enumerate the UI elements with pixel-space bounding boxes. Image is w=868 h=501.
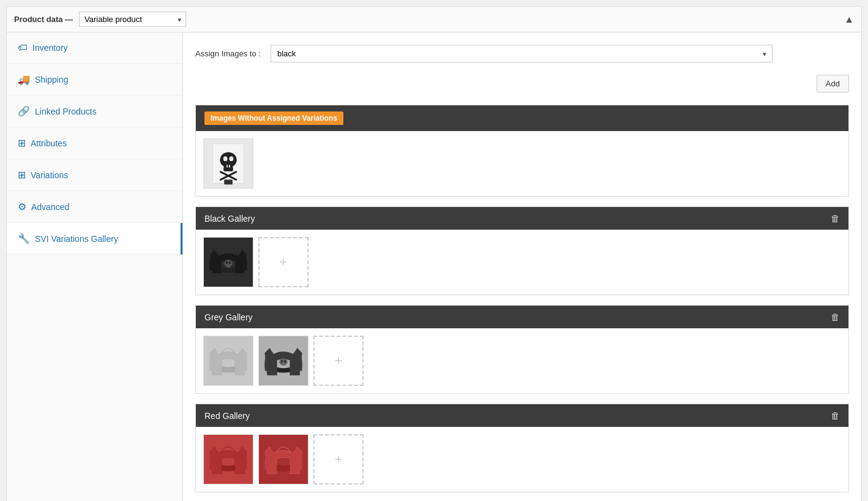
product-data-header: Product data — Variable product Simple p…	[7, 7, 861, 32]
grey-hoodie-image-2[interactable]	[258, 336, 309, 386]
black-gallery-header: Black Gallery 🗑	[196, 207, 848, 230]
assign-images-row: Assign Images to : black grey red ▼	[195, 45, 849, 62]
red-gallery-body: +	[196, 427, 848, 492]
red-gallery-title: Red Gallery	[204, 411, 250, 421]
content-area: Assign Images to : black grey red ▼ Add …	[183, 32, 861, 501]
sidebar-item-label-variations: Variations	[31, 170, 68, 180]
grey-hoodie-svg-1	[204, 336, 253, 386]
sidebar-item-attributes[interactable]: ⊞ Attributes	[7, 127, 182, 159]
red-hoodie-svg-2	[259, 434, 308, 484]
svg-point-2	[220, 152, 236, 167]
product-data-title: Product data —	[14, 15, 73, 24]
main-layout: 🏷 Inventory 🚚 Shipping 🔗 Linked Products…	[7, 32, 861, 501]
grey-hoodie-image-1[interactable]	[203, 336, 253, 386]
sidebar-item-variations[interactable]: ⊞ Variations	[7, 159, 182, 191]
black-hoodie-thumb	[203, 237, 253, 287]
red-gallery-delete-button[interactable]: 🗑	[831, 410, 840, 421]
inventory-icon: 🏷	[18, 42, 28, 53]
unassigned-section: Images Without Assigned Variations	[195, 105, 849, 197]
sidebar-item-label-svi: SVI Variations Gallery	[35, 234, 118, 244]
variations-icon: ⊞	[18, 169, 26, 181]
grey-gallery-body: +	[196, 328, 848, 393]
unassigned-gallery-body	[196, 131, 848, 196]
advanced-icon: ⚙	[18, 201, 26, 213]
assign-select[interactable]: black grey red	[271, 45, 773, 62]
header-left: Product data — Variable product Simple p…	[14, 12, 186, 27]
sidebar: 🏷 Inventory 🚚 Shipping 🔗 Linked Products…	[7, 32, 183, 501]
attributes-icon: ⊞	[18, 137, 26, 149]
sidebar-item-label-advanced: Advanced	[31, 202, 69, 212]
svg-rect-3	[223, 167, 233, 171]
product-data-panel: Product data — Variable product Simple p…	[6, 6, 862, 501]
grey-gallery-title: Grey Gallery	[204, 312, 253, 322]
svg-rect-8	[226, 165, 228, 168]
red-hoodie-image-1[interactable]	[203, 434, 253, 484]
svg-point-20	[283, 360, 286, 363]
sidebar-item-label-inventory: Inventory	[32, 43, 68, 53]
svi-icon: 🔧	[18, 233, 30, 244]
linked-products-icon: 🔗	[18, 105, 30, 117]
grey-gallery-delete-button[interactable]: 🗑	[831, 312, 840, 322]
black-hoodie-svg	[204, 237, 253, 287]
sidebar-item-label-shipping: Shipping	[35, 75, 69, 85]
product-type-wrapper[interactable]: Variable product Simple product Grouped …	[79, 12, 186, 27]
red-hoodie-thumb-1	[203, 434, 253, 484]
black-gallery-add-placeholder[interactable]: +	[258, 237, 309, 287]
unassigned-header: Images Without Assigned Variations	[196, 105, 848, 131]
red-hoodie-image-2[interactable]	[258, 434, 309, 484]
svg-point-14	[228, 262, 231, 265]
red-gallery-add-placeholder[interactable]: +	[313, 434, 364, 484]
grey-gallery-add-placeholder[interactable]: +	[313, 336, 364, 386]
svg-rect-9	[229, 165, 230, 168]
svg-point-19	[281, 360, 283, 363]
red-hoodie-svg-1	[204, 434, 253, 484]
sidebar-item-linked-products[interactable]: 🔗 Linked Products	[7, 96, 182, 127]
svg-point-18	[279, 358, 288, 366]
skull-svg	[204, 138, 253, 189]
sidebar-item-advanced[interactable]: ⚙ Advanced	[7, 191, 182, 223]
red-gallery-section: Red Gallery 🗑	[195, 404, 849, 492]
sidebar-item-label-linked-products: Linked Products	[35, 107, 96, 116]
grey-hoodie-thumb-2	[258, 336, 309, 386]
sidebar-item-label-attributes: Attributes	[31, 138, 67, 148]
assign-select-wrapper[interactable]: black grey red ▼	[271, 45, 773, 62]
black-hoodie-image[interactable]	[203, 237, 253, 287]
product-type-select[interactable]: Variable product Simple product Grouped …	[79, 12, 186, 27]
grey-gallery-header: Grey Gallery 🗑	[196, 306, 848, 328]
svg-point-6	[223, 156, 228, 161]
black-gallery-section: Black Gallery 🗑	[195, 206, 849, 295]
red-gallery-header: Red Gallery 🗑	[196, 404, 848, 427]
black-gallery-delete-button[interactable]: 🗑	[831, 213, 840, 224]
svg-point-7	[229, 156, 233, 161]
grey-gallery-section: Grey Gallery 🗑	[195, 305, 849, 394]
svg-rect-15	[226, 266, 230, 268]
shipping-icon: 🚚	[18, 73, 30, 85]
sidebar-item-svi-variations-gallery[interactable]: 🔧 SVI Variations Gallery	[7, 223, 182, 255]
grey-hoodie-thumb-1	[203, 336, 253, 386]
sidebar-item-shipping[interactable]: 🚚 Shipping	[7, 64, 182, 96]
black-gallery-title: Black Gallery	[204, 214, 255, 224]
svg-point-13	[226, 262, 228, 265]
unassigned-thumb-img	[203, 138, 253, 189]
black-gallery-body: +	[196, 230, 848, 295]
collapse-button[interactable]: ▲	[844, 14, 854, 25]
unassigned-badge: Images Without Assigned Variations	[204, 111, 343, 125]
add-button[interactable]: Add	[817, 75, 849, 92]
grey-hoodie-svg-2	[259, 336, 308, 386]
svg-rect-10	[224, 179, 233, 184]
red-hoodie-thumb-2	[258, 434, 309, 484]
unassigned-image-1[interactable]	[203, 138, 253, 189]
sidebar-item-inventory[interactable]: 🏷 Inventory	[7, 32, 182, 64]
assign-images-label: Assign Images to :	[195, 49, 261, 58]
